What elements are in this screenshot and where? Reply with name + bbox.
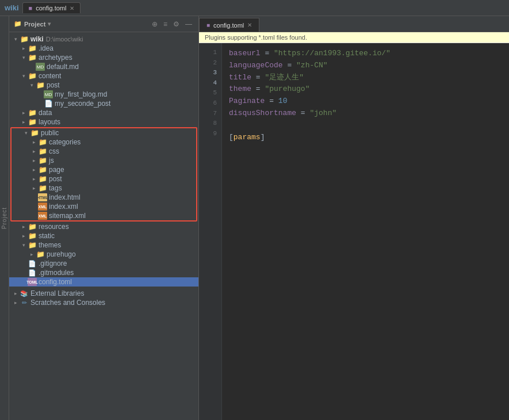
- editor-tabs: ■ config.toml ✕: [199, 16, 509, 32]
- scratches-icon: ✏: [20, 299, 29, 307]
- tree-item-page[interactable]: 📁 page: [12, 165, 196, 174]
- my-first-blog-icon: MD: [44, 90, 53, 98]
- code-line-3: title = "足迹人生": [229, 72, 502, 84]
- left-stripe-label: Project: [1, 207, 7, 229]
- tree-item-scratches[interactable]: ✏ Scratches and Consoles: [9, 298, 198, 307]
- tree-item-css[interactable]: 📁 css: [12, 147, 196, 156]
- tree-item-post[interactable]: 📁 post: [9, 81, 198, 90]
- title-tab-label: config.toml: [36, 5, 66, 12]
- layouts-folder-icon: 📁: [28, 118, 37, 126]
- editor-tab-config-toml[interactable]: ■ config.toml ✕: [199, 18, 259, 32]
- sidebar-action-list[interactable]: ≡: [162, 20, 169, 29]
- left-stripe: Project: [0, 16, 9, 420]
- editor-tab-icon: ■: [206, 22, 210, 28]
- line-num-1: 1: [199, 48, 221, 58]
- root-arrow: [12, 36, 20, 42]
- index-html-icon: HTML: [38, 193, 47, 201]
- data-arrow: [20, 110, 28, 116]
- tree-item-static[interactable]: 📁 static: [9, 231, 198, 240]
- archetypes-arrow: [20, 55, 28, 60]
- tree-item-my-second-post[interactable]: 📄 my_seconde_post: [9, 99, 198, 108]
- tree-item-archetypes[interactable]: 📁 archetypes: [9, 53, 198, 62]
- page-label: page: [49, 166, 64, 174]
- gitignore-label: .gitignore: [39, 259, 67, 268]
- code-line-6: disqusShortname = "john": [229, 108, 502, 120]
- sidebar-action-minimize[interactable]: —: [183, 20, 194, 29]
- editor-tab-close[interactable]: ✕: [247, 22, 252, 28]
- code-line-1: baseurl = "https://an1993.gitee.io/": [229, 48, 502, 60]
- default-md-icon: MD: [36, 63, 45, 71]
- content-label: content: [39, 72, 61, 80]
- tree-item-public[interactable]: 📁 public: [12, 128, 196, 138]
- tree-item-sitemap-xml[interactable]: XML sitemap.xml: [12, 211, 196, 220]
- tree-item-content[interactable]: 📁 content: [9, 71, 198, 81]
- purehugo-folder-icon: 📁: [36, 250, 45, 258]
- themes-label: themes: [39, 241, 61, 249]
- tree-item-resources[interactable]: 📁 resources: [9, 222, 198, 231]
- page-arrow: [30, 167, 38, 173]
- title-tab-close[interactable]: ✕: [70, 5, 74, 12]
- css-arrow: [30, 148, 38, 154]
- static-arrow: [20, 233, 28, 239]
- tree-item-default-md[interactable]: MD default.md: [9, 62, 198, 71]
- tree-item-data[interactable]: 📁 data: [9, 108, 198, 117]
- tree-item-config-toml[interactable]: TOML config.toml: [9, 277, 198, 287]
- tree-item-tags[interactable]: 📁 tags: [12, 184, 196, 193]
- tree-item-gitignore[interactable]: 📄 .gitignore: [9, 259, 198, 268]
- config-toml-icon: TOML: [28, 278, 37, 286]
- my-second-post-label: my_seconde_post: [55, 100, 110, 108]
- my-second-post-icon: 📄: [44, 100, 53, 108]
- sidebar-tree: 📁 wiki D:\imooc\wiki 📁 .idea 📁 archetype…: [9, 32, 198, 420]
- sidebar-action-settings[interactable]: ⚙: [171, 20, 181, 29]
- tree-item-idea[interactable]: 📁 .idea: [9, 44, 198, 53]
- tree-item-index-xml[interactable]: XML index.xml: [12, 202, 196, 211]
- purehugo-label: purehugo: [47, 250, 76, 258]
- gitmodules-label: .gitmodules: [39, 269, 74, 277]
- default-md-label: default.md: [47, 63, 79, 71]
- sidebar-action-layout[interactable]: ⊕: [150, 20, 159, 29]
- scratches-arrow: [12, 300, 20, 306]
- code-area[interactable]: baseurl = "https://an1993.gitee.io/" lan…: [222, 43, 509, 420]
- scratches-label: Scratches and Consoles: [30, 299, 105, 307]
- tree-item-purehugo[interactable]: 📁 purehugo: [9, 250, 198, 259]
- title-tab[interactable]: ■ config.toml ✕: [22, 2, 81, 13]
- project-dropdown[interactable]: ▾: [48, 21, 51, 27]
- static-folder-icon: 📁: [28, 232, 37, 240]
- tree-item-external-libraries[interactable]: 📚 External Libraries: [9, 289, 198, 298]
- tree-root[interactable]: 📁 wiki D:\imooc\wiki: [9, 35, 198, 44]
- content-folder-icon: 📁: [28, 72, 37, 80]
- config-toml-label: config.toml: [39, 278, 72, 286]
- post2-folder-icon: 📁: [38, 175, 47, 183]
- editor-content: 1 2 3 4 5 6 7 8 9 baseurl = "https://an1…: [199, 43, 509, 420]
- sidebar-header: 📁 Project ▾ ⊕ ≡ ⚙ —: [9, 16, 198, 32]
- external-libraries-icon: 📚: [20, 289, 29, 297]
- title-tab-icon: ■: [29, 5, 33, 12]
- line-num-9: 9: [199, 129, 221, 139]
- public-folder-icon: 📁: [30, 129, 39, 137]
- tree-item-my-first-blog[interactable]: MD my_first_blog.md: [9, 90, 198, 99]
- root-folder-icon: 📁: [20, 35, 29, 43]
- data-folder-icon: 📁: [28, 109, 37, 117]
- resources-folder-icon: 📁: [28, 223, 37, 231]
- tree-item-js[interactable]: 📁 js: [12, 156, 196, 165]
- tree-item-gitmodules[interactable]: 📄 .gitmodules: [9, 268, 198, 277]
- tree-item-categories[interactable]: 📁 categories: [12, 138, 196, 147]
- index-xml-icon: XML: [38, 203, 47, 211]
- folder-icon-root: 📁: [14, 20, 22, 28]
- public-label: public: [41, 129, 59, 137]
- main-layout: Project 📁 Project ▾ ⊕ ≡ ⚙ — 📁 wiki: [0, 16, 509, 420]
- post-folder-icon: 📁: [36, 81, 45, 89]
- js-label: js: [49, 156, 54, 165]
- code-line-2: languageCode = "zh-CN": [229, 60, 502, 72]
- line-num-2: 2: [199, 58, 221, 68]
- app-logo: wiki: [5, 3, 19, 12]
- tree-item-index-html[interactable]: HTML index.html: [12, 193, 196, 202]
- tree-item-themes[interactable]: 📁 themes: [9, 240, 198, 250]
- purehugo-arrow: [28, 251, 36, 257]
- static-label: static: [39, 232, 55, 240]
- tree-item-layouts[interactable]: 📁 layouts: [9, 117, 198, 127]
- tree-item-post2[interactable]: 📁 post: [12, 174, 196, 184]
- archetypes-folder-icon: 📁: [28, 54, 37, 62]
- public-box: 📁 public 📁 categories 📁 css: [10, 127, 197, 222]
- external-libraries-label: External Libraries: [30, 289, 84, 297]
